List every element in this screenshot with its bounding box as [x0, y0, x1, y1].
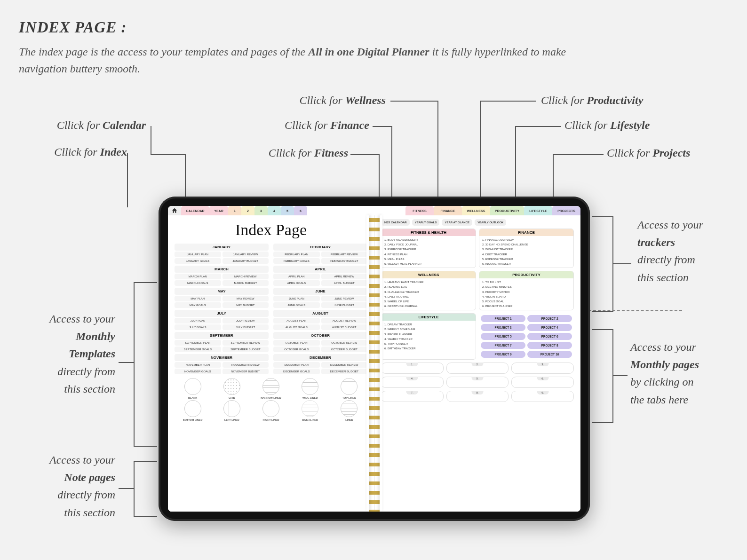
blank-slot[interactable]: 7.	[381, 391, 444, 402]
note-template[interactable]: NARROW LINED	[253, 378, 289, 399]
card-lifestyle[interactable]: LIFESTYLE 1. DREAM TRACKER2. WEEKLY SCHE…	[381, 313, 476, 360]
month-review-button[interactable]: JANUARY REVIEW	[223, 252, 269, 257]
tracker-link[interactable]: 5. TRIP PLANNER	[384, 341, 473, 346]
month-goals-button[interactable]: MAY GOALS	[175, 302, 221, 308]
month-review-button[interactable]: DECEMBER REVIEW	[321, 362, 368, 368]
month-review-button[interactable]: JUNE REVIEW	[321, 296, 368, 301]
month-header[interactable]: MARCH	[175, 266, 269, 273]
note-template[interactable]: LINED	[331, 400, 367, 421]
month-header[interactable]: APRIL	[273, 266, 367, 273]
tracker-link[interactable]: 1. HEALTHY HABIT TRACKER	[384, 280, 473, 284]
tracker-link[interactable]: 3. PRIORITY MATRIX	[482, 290, 571, 294]
project-button[interactable]: PROJECT 6	[527, 333, 572, 340]
month-budget-button[interactable]: SEPTEMBER BUDGET	[223, 347, 269, 352]
tracker-link[interactable]: 2. WEEKLY SCHEDULE	[384, 327, 473, 331]
month-header[interactable]: JANUARY	[175, 244, 269, 251]
month-budget-button[interactable]: DECEMBER BUDGET	[321, 369, 368, 374]
month-plan-button[interactable]: MAY PLAN	[175, 296, 221, 301]
tracker-link[interactable]: 4. FITNESS PLAN	[384, 252, 473, 257]
month-budget-button[interactable]: NOVEMBER BUDGET	[223, 369, 269, 374]
month-plan-button[interactable]: SEPTEMBER PLAN	[175, 340, 221, 346]
tracker-link[interactable]: 1. BODY MEASUREMENT	[384, 237, 473, 242]
tracker-link[interactable]: 6. GRATITUDE JOURNAL	[384, 304, 473, 308]
month-plan-button[interactable]: NOVEMBER PLAN	[175, 362, 221, 368]
tab-lifestyle[interactable]: LIFESTYLE	[524, 206, 552, 215]
tracker-link[interactable]: 4. DEBT TRACKER	[482, 252, 571, 257]
tab-2[interactable]: 2	[241, 206, 254, 215]
blank-slot[interactable]: 4.	[381, 377, 444, 388]
note-template[interactable]: LEFT LINED	[214, 400, 250, 421]
month-goals-button[interactable]: MARCH GOALS	[175, 280, 221, 286]
tracker-link[interactable]: 2. MEETING MINUTES	[482, 284, 571, 289]
note-template[interactable]: GRID	[214, 378, 250, 399]
blank-slot[interactable]: 9.	[511, 391, 574, 402]
month-review-button[interactable]: MARCH REVIEW	[223, 274, 269, 279]
pill-yearly-outlook[interactable]: YEARLY OUTLOOK	[475, 219, 506, 226]
tab-1[interactable]: 1	[228, 206, 241, 215]
month-goals-button[interactable]: APRIL GOALS	[273, 280, 320, 286]
month-header[interactable]: MAY	[175, 288, 269, 295]
month-header[interactable]: SEPTEMBER	[175, 332, 269, 339]
month-header[interactable]: NOVEMBER	[175, 354, 269, 361]
tab-year[interactable]: YEAR	[209, 206, 228, 215]
home-tab[interactable]	[168, 206, 181, 215]
month-review-button[interactable]: AUGUST REVIEW	[321, 318, 368, 323]
project-button[interactable]: PROJECT 8	[527, 342, 572, 349]
tracker-link[interactable]: 1. DREAM TRACKER	[384, 322, 473, 327]
month-budget-button[interactable]: APRIL BUDGET	[321, 280, 368, 286]
month-header[interactable]: JULY	[175, 310, 269, 317]
tracker-link[interactable]: 4. DAILY ROUTINE	[384, 294, 473, 299]
month-plan-button[interactable]: MARCH PLAN	[175, 274, 221, 279]
card-fitness[interactable]: FITNESS & HEALTH 1. BODY MEASUREMENT2. D…	[381, 229, 476, 268]
tab-fitness[interactable]: FITNESS	[405, 206, 434, 215]
tracker-link[interactable]: 3. EXERCISE TRACKER	[384, 247, 473, 252]
month-goals-button[interactable]: NOVEMBER GOALS	[175, 369, 221, 374]
pill-calendar[interactable]: 2022 CALENDAR	[381, 219, 410, 226]
tab-3[interactable]: 3	[254, 206, 268, 215]
month-header[interactable]: FEBRUARY	[273, 244, 367, 251]
month-budget-button[interactable]: AUGUST BUDGET	[321, 324, 368, 330]
month-budget-button[interactable]: JUNE BUDGET	[321, 302, 368, 308]
month-plan-button[interactable]: JANUARY PLAN	[175, 252, 221, 257]
tracker-link[interactable]: 3. RECIPE PLANNER	[384, 332, 473, 337]
note-template[interactable]: BLANK	[175, 378, 211, 399]
tab-wellness[interactable]: WELLNESS	[462, 206, 490, 215]
month-header[interactable]: AUGUST	[273, 310, 367, 317]
project-button[interactable]: PROJECT 7	[481, 342, 525, 349]
blank-slot[interactable]: 5.	[446, 377, 509, 388]
project-button[interactable]: PROJECT 3	[481, 324, 525, 331]
month-plan-button[interactable]: DECEMBER PLAN	[273, 362, 320, 368]
month-header[interactable]: JUNE	[273, 288, 367, 295]
tracker-link[interactable]: 2. 30 DAY NO SPEND CHALLENGE	[482, 242, 571, 247]
tracker-link[interactable]: 5. WHEEL OF LIFE	[384, 299, 473, 304]
month-plan-button[interactable]: FEBRUARY PLAN	[273, 252, 320, 257]
month-plan-button[interactable]: JULY PLAN	[175, 318, 221, 323]
tracker-link[interactable]: 3. CHALLENGE TRACKER	[384, 290, 473, 294]
month-budget-button[interactable]: OCTOBER BUDGET	[321, 347, 368, 352]
month-plan-button[interactable]: OCTOBER PLAN	[273, 340, 320, 346]
month-goals-button[interactable]: JULY GOALS	[175, 324, 221, 330]
tracker-link[interactable]: 3. WISHLIST TRACKER	[482, 247, 571, 252]
note-template[interactable]: RIGHT LINED	[253, 400, 289, 421]
blank-slot[interactable]: 2.	[446, 363, 509, 374]
month-goals-button[interactable]: DECEMBER GOALS	[273, 369, 320, 374]
pill-year-glance[interactable]: YEAR AT GLANCE	[442, 219, 472, 226]
month-budget-button[interactable]: JULY BUDGET	[223, 324, 269, 330]
note-template[interactable]: DASH LINED	[292, 400, 328, 421]
month-goals-button[interactable]: JANUARY GOALS	[175, 258, 221, 264]
tracker-link[interactable]: 2. READING LOG	[384, 284, 473, 289]
blank-slot[interactable]: 3.	[511, 363, 574, 374]
blank-slot[interactable]: 1.	[381, 363, 444, 374]
tab-4[interactable]: 4	[268, 206, 281, 215]
tracker-link[interactable]: 2. DAILY FOOD JOURNAL	[384, 242, 473, 247]
project-button[interactable]: PROJECT 1	[481, 315, 525, 322]
project-button[interactable]: PROJECT 9	[481, 351, 525, 358]
tracker-link[interactable]: 4. VISION BOARD	[482, 294, 571, 299]
blank-slot[interactable]: 6.	[511, 377, 574, 388]
month-review-button[interactable]: JULY REVIEW	[223, 318, 269, 323]
tracker-link[interactable]: 6. WEEKLY MEAL PLANNER	[384, 261, 473, 266]
card-productivity[interactable]: PRODUCTIVITY 1. TO DO LIST2. MEETING MIN…	[479, 271, 574, 310]
month-review-button[interactable]: FEBRUARY REVIEW	[321, 252, 368, 257]
note-template[interactable]: WIDE LINED	[292, 378, 328, 399]
card-wellness[interactable]: WELLNESS 1. HEALTHY HABIT TRACKER2. READ…	[381, 271, 476, 310]
